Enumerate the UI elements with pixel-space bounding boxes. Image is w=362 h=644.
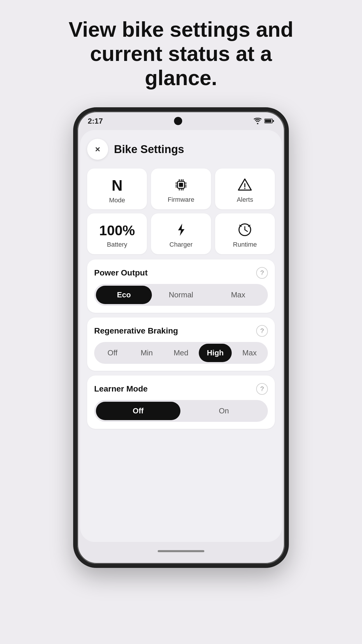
phone-shell: 2:17 × Bike Settings N Mode — [73, 107, 289, 568]
tile-firmware[interactable]: Firmware — [151, 169, 211, 209]
toggle-option-eco[interactable]: Eco — [96, 286, 152, 304]
status-icons — [253, 118, 274, 124]
home-indicator — [158, 550, 204, 552]
tile-charger[interactable]: Charger — [151, 213, 211, 254]
screen: × Bike Settings N Mode — [80, 130, 282, 542]
tile-runtime[interactable]: Runtime — [215, 213, 275, 254]
status-time: 2:17 — [88, 117, 103, 126]
status-bar: 2:17 — [77, 111, 285, 127]
close-button[interactable]: × — [87, 139, 108, 160]
toggle-group-power-output: Eco Normal Max — [94, 284, 268, 306]
toggle-option-max[interactable]: Max — [210, 286, 266, 304]
setting-title-regen-braking: Regenerative Braking — [94, 326, 178, 336]
page-title: View bike settings and current status at… — [64, 17, 298, 90]
tile-battery[interactable]: 100% Battery — [87, 213, 147, 254]
setting-header-learner-mode: Learner Mode ? — [94, 383, 268, 395]
toggle-group-regen-braking: Off Min Med High Max — [94, 342, 268, 364]
tile-charger-label: Charger — [169, 241, 192, 248]
tile-alerts-label: Alerts — [237, 196, 253, 203]
camera-notch — [174, 117, 182, 125]
setting-title-power-output: Power Output — [94, 268, 148, 278]
tile-mode-label: Mode — [109, 196, 125, 204]
toggle-group-learner-mode: Off On — [94, 400, 268, 422]
setting-card-learner-mode: Learner Mode ? Off On — [87, 375, 275, 429]
bolt-icon — [173, 222, 189, 237]
tile-firmware-label: Firmware — [168, 196, 194, 203]
toggle-option-learner-on[interactable]: On — [182, 402, 266, 420]
svg-line-21 — [245, 230, 247, 231]
tile-battery-label: Battery — [107, 241, 127, 248]
svg-point-18 — [244, 188, 245, 189]
header-title: Bike Settings — [114, 143, 184, 156]
svg-rect-4 — [179, 183, 183, 187]
toggle-option-learner-off[interactable]: Off — [96, 402, 180, 420]
tile-battery-value: 100% — [99, 222, 135, 238]
toggle-option-med[interactable]: Med — [164, 344, 198, 362]
svg-rect-2 — [273, 120, 274, 122]
setting-card-regen-braking: Regenerative Braking ? Off Min Med High … — [87, 317, 275, 371]
wifi-icon — [253, 118, 262, 124]
toggle-option-max-regen[interactable]: Max — [233, 344, 266, 362]
battery-icon — [264, 118, 274, 124]
tile-mode[interactable]: N Mode — [87, 169, 147, 209]
tiles-grid: N Mode — [87, 169, 275, 254]
tile-runtime-label: Runtime — [233, 241, 257, 248]
setting-header-power-output: Power Output ? — [94, 267, 268, 279]
tile-alerts[interactable]: Alerts — [215, 169, 275, 209]
tile-mode-value: N — [112, 177, 123, 194]
setting-card-power-output: Power Output ? Eco Normal Max — [87, 259, 275, 313]
toggle-option-normal[interactable]: Normal — [153, 286, 209, 304]
help-button-learner-mode[interactable]: ? — [256, 383, 268, 395]
help-button-regen-braking[interactable]: ? — [256, 325, 268, 337]
setting-title-learner-mode: Learner Mode — [94, 384, 148, 394]
setting-header-regen-braking: Regenerative Braking ? — [94, 325, 268, 337]
clock-icon — [237, 222, 252, 237]
help-button-power-output[interactable]: ? — [256, 267, 268, 279]
toggle-option-off[interactable]: Off — [96, 344, 129, 362]
chip-icon — [173, 177, 189, 192]
toggle-option-high[interactable]: High — [199, 344, 232, 362]
alert-icon — [237, 177, 252, 192]
header: × Bike Settings — [87, 139, 275, 160]
svg-rect-1 — [265, 120, 271, 122]
toggle-option-min[interactable]: Min — [130, 344, 164, 362]
